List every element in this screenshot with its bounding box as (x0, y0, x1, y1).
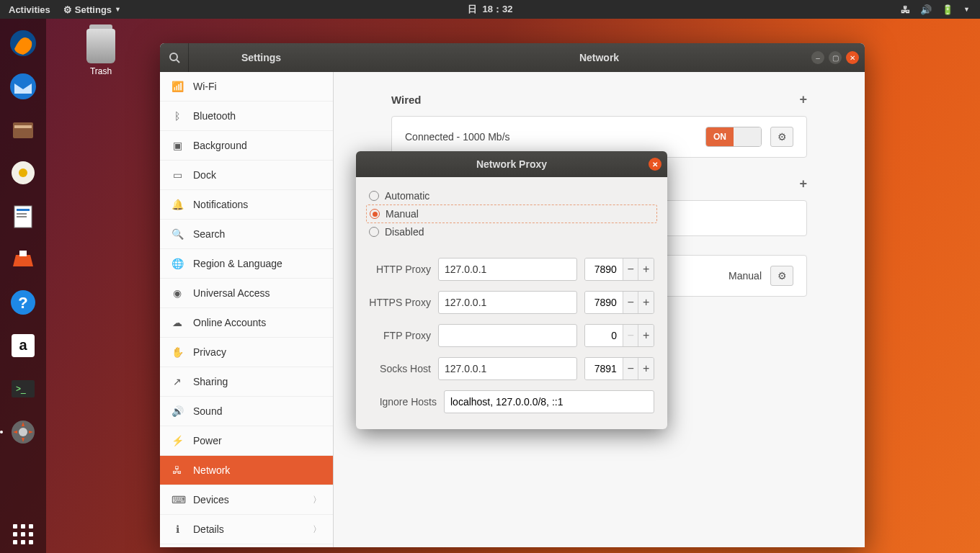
minimize-button[interactable]: – (811, 51, 824, 64)
dock-terminal[interactable]: >_ (6, 372, 40, 406)
sidebar-item-network[interactable]: 🖧Network (160, 456, 333, 485)
ftp-proxy-label: FTP Proxy (369, 330, 431, 341)
window-titlebar: Settings Network – ▢ ✕ (160, 43, 865, 72)
https-proxy-host-input[interactable] (438, 291, 577, 314)
dock-thunderbird[interactable] (6, 69, 40, 104)
sidebar-search-button[interactable] (160, 43, 189, 72)
dialog-close-button[interactable]: ✕ (649, 158, 662, 171)
ignore-hosts-input[interactable] (444, 390, 654, 413)
sidebar-item-power[interactable]: ⚡Power (160, 426, 333, 456)
dialog-title: Network Proxy (476, 158, 547, 170)
sidebar-item-sound[interactable]: 🔊Sound (160, 397, 333, 426)
wired-section-head: Wired + (391, 92, 807, 107)
port-decrement-button[interactable]: − (623, 358, 638, 379)
dock-settings[interactable] (6, 415, 40, 449)
dock-rhythmbox[interactable] (6, 156, 40, 190)
radio-label: Disabled (385, 226, 424, 238)
clock-time: 18：32 (483, 3, 513, 16)
socks-port-input[interactable] (585, 358, 623, 379)
sidebar-item-dock[interactable]: ▭Dock (160, 161, 333, 190)
sidebar-item-devices[interactable]: ⌨Devices〉 (160, 485, 333, 515)
maximize-button[interactable]: ▢ (829, 51, 842, 64)
volume-icon[interactable]: 🔊 (920, 4, 932, 15)
accessibility-icon: ◉ (172, 287, 183, 299)
ftp-proxy-host-input[interactable] (438, 324, 577, 347)
chevron-right-icon: 〉 (313, 523, 321, 536)
svg-point-19 (170, 53, 177, 60)
sidebar-item-universal[interactable]: ◉Universal Access (160, 279, 333, 308)
port-decrement-button: − (623, 325, 638, 346)
dock-writer[interactable] (6, 199, 40, 233)
dock-files[interactable] (6, 112, 40, 147)
wired-settings-button[interactable]: ⚙ (770, 127, 793, 147)
sidebar-item-online-accounts[interactable]: ☁Online Accounts (160, 308, 333, 338)
sidebar-item-search[interactable]: 🔍Search (160, 220, 333, 249)
battery-icon[interactable]: 🔋 (942, 4, 953, 15)
proxy-mode-disabled[interactable]: Disabled (369, 223, 654, 240)
radio-label: Automatic (385, 190, 429, 202)
port-increment-button[interactable]: + (638, 358, 654, 379)
proxy-dialog: Network Proxy ✕ Automatic Manual Disable… (356, 151, 667, 429)
https-proxy-port-input[interactable] (585, 292, 623, 313)
sidebar-item-label: Network (193, 464, 230, 476)
clock[interactable]: 日 18：32 (468, 3, 513, 16)
bell-icon: 🔔 (172, 199, 183, 210)
app-menu-label: Settings (75, 4, 112, 15)
wired-toggle[interactable]: ON (705, 127, 762, 147)
port-decrement-button[interactable]: − (623, 258, 638, 280)
settings-sidebar: 📶Wi-Fi ᛒBluetooth ▣Background ▭Dock 🔔Not… (160, 72, 334, 547)
desktop-trash[interactable]: Trash (72, 29, 130, 76)
chevron-down-icon[interactable]: ▼ (963, 6, 970, 13)
sidebar-item-label: Sound (193, 405, 222, 417)
top-bar: Activities ⚙ Settings ▼ 日 18：32 🖧 🔊 🔋 ▼ (0, 0, 980, 19)
sidebar-item-details[interactable]: ℹDetails〉 (160, 515, 333, 544)
ignore-hosts-label: Ignore Hosts (369, 396, 437, 408)
radio-icon (369, 191, 379, 201)
sidebar-item-label: Bluetooth (193, 110, 236, 122)
sidebar-title: Settings (189, 52, 334, 63)
sidebar-item-region[interactable]: 🌐Region & Language (160, 249, 333, 279)
proxy-mode-automatic[interactable]: Automatic (369, 187, 654, 204)
dock-firefox[interactable] (6, 26, 40, 60)
add-vpn-button[interactable]: + (799, 176, 807, 192)
http-proxy-host-input[interactable] (438, 258, 577, 281)
proxy-mode-manual[interactable]: Manual (366, 204, 657, 223)
toggle-on-label: ON (706, 127, 734, 146)
svg-rect-10 (19, 251, 27, 256)
socks-host-input[interactable] (438, 357, 577, 380)
sidebar-item-privacy[interactable]: ✋Privacy (160, 338, 333, 367)
network-icon[interactable]: 🖧 (901, 4, 910, 15)
sidebar-item-label: Sharing (193, 376, 228, 387)
ftp-proxy-port-input[interactable] (585, 325, 623, 346)
sidebar-item-wifi[interactable]: 📶Wi-Fi (160, 72, 333, 102)
dock: ? a >_ (0, 19, 46, 553)
port-decrement-button[interactable]: − (623, 292, 638, 313)
svg-point-1 (10, 73, 36, 99)
dock-software[interactable] (6, 242, 40, 276)
radio-label: Manual (386, 208, 419, 220)
http-proxy-port-spinner: − + (584, 258, 654, 281)
sidebar-item-label: Background (193, 140, 247, 151)
port-increment-button[interactable]: + (638, 325, 654, 346)
dock-amazon[interactable]: a (6, 328, 40, 363)
cloud-icon: ☁ (172, 317, 183, 328)
dock-icon: ▭ (172, 169, 183, 181)
sidebar-item-label: Search (193, 228, 225, 240)
bluetooth-icon: ᛒ (172, 110, 183, 122)
port-increment-button[interactable]: + (638, 258, 654, 280)
dock-show-apps[interactable] (0, 524, 46, 544)
close-button[interactable]: ✕ (846, 51, 859, 64)
activities-button[interactable]: Activities (9, 4, 50, 15)
add-wired-button[interactable]: + (799, 92, 807, 107)
proxy-settings-button[interactable]: ⚙ (770, 266, 793, 286)
sidebar-item-label: Privacy (193, 346, 226, 358)
dock-help[interactable]: ? (6, 285, 40, 320)
sidebar-item-notifications[interactable]: 🔔Notifications (160, 190, 333, 220)
sidebar-item-sharing[interactable]: ↗Sharing (160, 367, 333, 397)
port-increment-button[interactable]: + (638, 292, 654, 313)
sidebar-item-bluetooth[interactable]: ᛒBluetooth (160, 102, 333, 131)
sidebar-item-label: Devices (193, 494, 229, 505)
sidebar-item-background[interactable]: ▣Background (160, 131, 333, 161)
app-menu[interactable]: ⚙ Settings ▼ (63, 4, 121, 15)
http-proxy-port-input[interactable] (585, 258, 623, 280)
